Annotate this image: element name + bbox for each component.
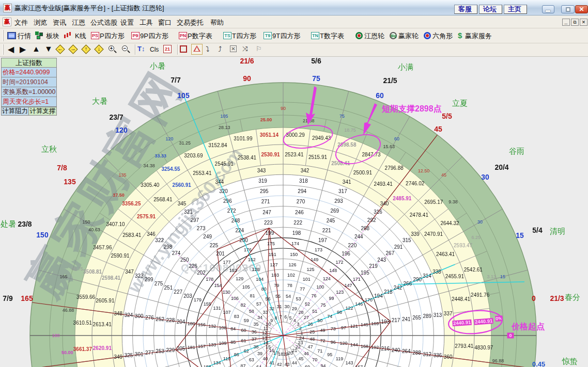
svg-text:43: 43 [284, 362, 289, 367]
svg-text:96.88: 96.88 [492, 358, 504, 363]
svg-text:265: 265 [412, 315, 421, 321]
svg-text:312: 312 [423, 352, 431, 357]
svg-text:82: 82 [241, 302, 246, 308]
svg-text:221: 221 [322, 228, 331, 233]
svg-text:0.45: 0.45 [532, 360, 545, 367]
svg-text:338: 338 [432, 269, 441, 275]
svg-text:2583.41: 2583.41 [122, 232, 142, 238]
svg-text:296: 296 [223, 198, 232, 204]
svg-text:301: 301 [135, 352, 144, 357]
svg-text:42: 42 [277, 362, 282, 367]
svg-text:7/8: 7/8 [57, 164, 67, 172]
svg-text:2542.61: 2542.61 [464, 267, 483, 273]
svg-text:39: 39 [257, 351, 262, 356]
svg-text:123: 123 [336, 290, 344, 295]
svg-text:31.25: 31.25 [179, 140, 191, 146]
svg-text:276: 276 [145, 315, 154, 321]
svg-text:6: 6 [284, 314, 287, 320]
svg-text:144: 144 [350, 342, 358, 347]
svg-text:252: 252 [156, 316, 164, 322]
svg-text:81: 81 [250, 293, 255, 298]
svg-text:269: 269 [330, 208, 339, 214]
svg-text:2470.91: 2470.91 [424, 231, 443, 237]
svg-text:2590.91: 2590.91 [111, 253, 130, 259]
svg-text:104: 104 [256, 277, 264, 282]
svg-text:344: 344 [215, 179, 224, 185]
svg-text:2545.91: 2545.91 [215, 161, 234, 167]
svg-text:174: 174 [291, 241, 299, 246]
svg-text:167: 167 [355, 364, 363, 367]
svg-text:340: 340 [380, 201, 389, 206]
svg-text:131: 131 [213, 306, 221, 311]
svg-text:316: 316 [374, 209, 382, 215]
svg-text:299: 299 [145, 277, 153, 282]
svg-text:95: 95 [327, 352, 332, 357]
svg-text:1: 1 [301, 330, 303, 336]
svg-text:53: 53 [296, 296, 301, 301]
svg-text:120: 120 [165, 136, 173, 141]
svg-text:132: 132 [208, 324, 216, 329]
svg-text:156: 156 [198, 322, 206, 327]
svg-text:18.75: 18.75 [344, 127, 356, 133]
svg-text:271: 271 [261, 199, 270, 204]
svg-text:203: 203 [183, 293, 192, 299]
svg-text:178: 178 [206, 277, 213, 282]
svg-text:300: 300 [135, 313, 144, 319]
svg-text:48: 48 [310, 337, 315, 342]
svg-text:87: 87 [241, 363, 246, 367]
svg-text:50.00: 50.00 [61, 350, 73, 355]
svg-text:295: 295 [260, 188, 269, 194]
svg-text:360: 360 [444, 354, 453, 360]
svg-text:56: 56 [265, 296, 270, 301]
svg-text:290: 290 [413, 277, 422, 282]
svg-text:179: 179 [194, 297, 202, 302]
svg-text:150: 150 [82, 219, 90, 225]
svg-text:180: 180 [188, 321, 195, 326]
svg-text:294: 294 [298, 188, 306, 194]
svg-text:105: 105 [242, 284, 250, 290]
svg-text:225: 225 [210, 243, 219, 248]
svg-text:204: 204 [177, 319, 185, 325]
svg-text:346: 346 [147, 231, 156, 237]
svg-text:274: 274 [172, 250, 181, 256]
svg-text:2613.41: 2613.41 [93, 322, 112, 327]
svg-text:3152.84: 3152.84 [208, 142, 227, 148]
svg-text:98: 98 [337, 310, 342, 315]
svg-text:268: 268 [361, 226, 369, 231]
svg-text:253: 253 [156, 348, 164, 354]
svg-text:248: 248 [231, 218, 240, 224]
svg-text:15.63: 15.63 [383, 144, 395, 149]
svg-text:74: 74 [327, 314, 332, 319]
svg-text:110: 110 [223, 356, 230, 361]
svg-text:28: 28 [299, 310, 304, 315]
svg-text:80: 80 [261, 286, 267, 292]
svg-text:28.13: 28.13 [219, 125, 230, 130]
svg-text:336: 336 [434, 353, 442, 358]
svg-text:122: 122 [345, 306, 353, 311]
svg-text:12: 12 [262, 330, 267, 336]
svg-text:325: 325 [125, 353, 133, 358]
svg-text:147: 147 [344, 283, 352, 288]
svg-text:96: 96 [331, 340, 336, 345]
svg-text:78: 78 [287, 283, 292, 288]
svg-text:60: 60 [241, 328, 246, 333]
svg-text:9.38: 9.38 [448, 199, 458, 204]
svg-text:135: 135 [118, 172, 126, 178]
svg-text:173: 173 [315, 247, 322, 252]
svg-text:313: 313 [434, 312, 442, 318]
svg-text:62: 62 [244, 348, 249, 354]
svg-text:275: 275 [154, 281, 163, 286]
svg-text:2500.91: 2500.91 [353, 170, 373, 175]
svg-text:30: 30 [284, 304, 289, 309]
svg-text:297: 297 [190, 217, 199, 223]
svg-text:3305.40: 3305.40 [141, 182, 160, 188]
svg-text:12.50: 12.50 [418, 168, 430, 173]
svg-text:192: 192 [371, 345, 379, 350]
svg-text:251: 251 [164, 285, 173, 291]
svg-text:222: 222 [293, 220, 302, 226]
svg-text:72: 72 [320, 338, 325, 343]
svg-text:264: 264 [402, 348, 411, 354]
svg-text:133: 133 [208, 342, 216, 347]
svg-text:145: 145 [361, 322, 368, 327]
svg-text:2593.47: 2593.47 [454, 243, 473, 248]
